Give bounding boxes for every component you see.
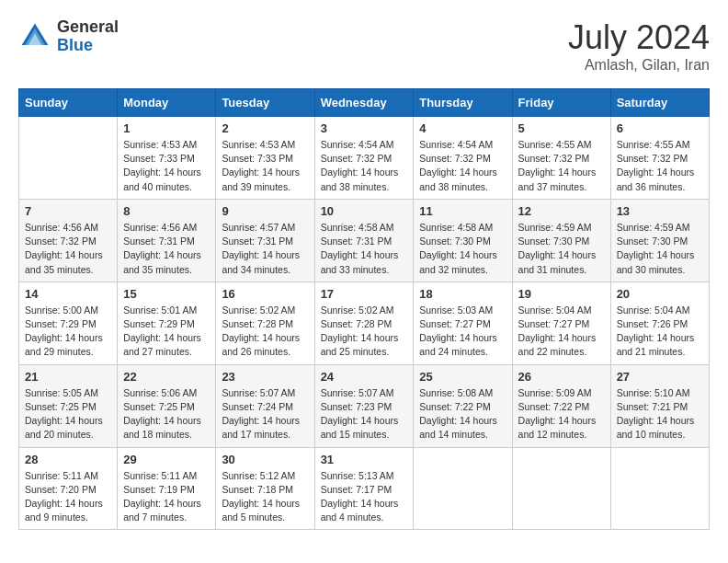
- day-number: 5: [518, 121, 605, 135]
- day-number: 8: [123, 204, 210, 218]
- calendar-cell: 26Sunrise: 5:09 AMSunset: 7:22 PMDayligh…: [512, 364, 610, 447]
- calendar-cell: [610, 447, 709, 530]
- calendar-cell: 2Sunrise: 4:53 AMSunset: 7:33 PMDaylight…: [216, 117, 314, 200]
- day-number: 25: [419, 370, 506, 384]
- calendar-cell: 23Sunrise: 5:07 AMSunset: 7:24 PMDayligh…: [216, 364, 314, 447]
- calendar-week-row: 14Sunrise: 5:00 AMSunset: 7:29 PMDayligh…: [19, 282, 710, 364]
- day-number: 22: [123, 370, 210, 384]
- day-number: 17: [321, 287, 408, 301]
- day-number: 23: [222, 370, 308, 384]
- day-number: 12: [518, 204, 605, 218]
- day-number: 7: [25, 204, 111, 218]
- calendar-cell: 31Sunrise: 5:13 AMSunset: 7:17 PMDayligh…: [314, 447, 414, 530]
- day-info: Sunrise: 5:07 AMSunset: 7:23 PMDaylight:…: [321, 386, 408, 442]
- calendar-cell: 10Sunrise: 4:58 AMSunset: 7:31 PMDayligh…: [314, 199, 414, 282]
- calendar-week-row: 21Sunrise: 5:05 AMSunset: 7:25 PMDayligh…: [19, 364, 710, 447]
- day-number: 14: [25, 287, 111, 301]
- day-number: 6: [617, 121, 703, 135]
- logo-icon: [18, 20, 51, 53]
- day-info: Sunrise: 5:09 AMSunset: 7:22 PMDaylight:…: [518, 386, 605, 442]
- day-info: Sunrise: 5:02 AMSunset: 7:28 PMDaylight:…: [321, 304, 408, 360]
- calendar-cell: 30Sunrise: 5:12 AMSunset: 7:18 PMDayligh…: [216, 447, 314, 530]
- day-number: 15: [123, 287, 210, 301]
- calendar-cell: 8Sunrise: 4:56 AMSunset: 7:31 PMDaylight…: [118, 199, 216, 282]
- calendar-cell: 16Sunrise: 5:02 AMSunset: 7:28 PMDayligh…: [216, 282, 314, 364]
- day-number: 1: [123, 121, 210, 135]
- calendar-table: SundayMondayTuesdayWednesdayThursdayFrid…: [18, 88, 710, 530]
- day-number: 9: [222, 204, 308, 218]
- day-number: 26: [518, 370, 605, 384]
- location: Amlash, Gilan, Iran: [568, 57, 710, 74]
- day-number: 27: [617, 370, 703, 384]
- day-number: 10: [321, 204, 408, 218]
- day-info: Sunrise: 5:10 AMSunset: 7:21 PMDaylight:…: [617, 386, 703, 442]
- logo-blue-text: Blue: [57, 37, 119, 55]
- calendar-cell: 22Sunrise: 5:06 AMSunset: 7:25 PMDayligh…: [118, 364, 216, 447]
- calendar-cell: 12Sunrise: 4:59 AMSunset: 7:30 PMDayligh…: [512, 199, 610, 282]
- day-info: Sunrise: 5:01 AMSunset: 7:29 PMDaylight:…: [123, 304, 210, 360]
- day-info: Sunrise: 5:11 AMSunset: 7:20 PMDaylight:…: [25, 469, 111, 525]
- logo-general-text: General: [57, 18, 119, 37]
- calendar-cell: 25Sunrise: 5:08 AMSunset: 7:22 PMDayligh…: [414, 364, 512, 447]
- calendar-cell: 7Sunrise: 4:56 AMSunset: 7:32 PMDaylight…: [19, 199, 118, 282]
- day-number: 19: [518, 287, 605, 301]
- day-info: Sunrise: 4:56 AMSunset: 7:32 PMDaylight:…: [25, 221, 111, 277]
- col-header-saturday: Saturday: [610, 89, 709, 117]
- calendar-cell: 21Sunrise: 5:05 AMSunset: 7:25 PMDayligh…: [19, 364, 118, 447]
- calendar-header-row: SundayMondayTuesdayWednesdayThursdayFrid…: [19, 89, 710, 117]
- col-header-sunday: Sunday: [19, 89, 118, 117]
- calendar-cell: 13Sunrise: 4:59 AMSunset: 7:30 PMDayligh…: [610, 199, 709, 282]
- calendar-cell: 20Sunrise: 5:04 AMSunset: 7:26 PMDayligh…: [610, 282, 709, 364]
- day-info: Sunrise: 5:12 AMSunset: 7:18 PMDaylight:…: [222, 469, 308, 525]
- day-number: 31: [321, 453, 408, 466]
- day-info: Sunrise: 5:11 AMSunset: 7:19 PMDaylight:…: [123, 469, 210, 525]
- day-number: 30: [222, 453, 308, 466]
- calendar-week-row: 28Sunrise: 5:11 AMSunset: 7:20 PMDayligh…: [19, 447, 710, 530]
- day-info: Sunrise: 5:03 AMSunset: 7:27 PMDaylight:…: [419, 304, 506, 360]
- calendar-cell: 24Sunrise: 5:07 AMSunset: 7:23 PMDayligh…: [314, 364, 414, 447]
- calendar-cell: 5Sunrise: 4:55 AMSunset: 7:32 PMDaylight…: [512, 117, 610, 200]
- title-block: July 2024 Amlash, Gilan, Iran: [568, 18, 710, 74]
- day-info: Sunrise: 5:07 AMSunset: 7:24 PMDaylight:…: [222, 386, 308, 442]
- calendar-week-row: 7Sunrise: 4:56 AMSunset: 7:32 PMDaylight…: [19, 199, 710, 282]
- day-info: Sunrise: 4:56 AMSunset: 7:31 PMDaylight:…: [123, 221, 210, 277]
- calendar-cell: 17Sunrise: 5:02 AMSunset: 7:28 PMDayligh…: [314, 282, 414, 364]
- day-info: Sunrise: 4:57 AMSunset: 7:31 PMDaylight:…: [222, 221, 308, 277]
- calendar-cell: 27Sunrise: 5:10 AMSunset: 7:21 PMDayligh…: [610, 364, 709, 447]
- day-info: Sunrise: 4:55 AMSunset: 7:32 PMDaylight:…: [617, 138, 703, 194]
- day-info: Sunrise: 5:13 AMSunset: 7:17 PMDaylight:…: [321, 469, 408, 525]
- col-header-friday: Friday: [512, 89, 610, 117]
- calendar-cell: 29Sunrise: 5:11 AMSunset: 7:19 PMDayligh…: [118, 447, 216, 530]
- day-info: Sunrise: 4:59 AMSunset: 7:30 PMDaylight:…: [617, 221, 703, 277]
- col-header-thursday: Thursday: [414, 89, 512, 117]
- day-info: Sunrise: 5:08 AMSunset: 7:22 PMDaylight:…: [419, 386, 506, 442]
- day-number: 28: [25, 453, 111, 466]
- calendar-cell: [19, 117, 118, 200]
- calendar-cell: 3Sunrise: 4:54 AMSunset: 7:32 PMDaylight…: [314, 117, 414, 200]
- day-info: Sunrise: 4:58 AMSunset: 7:31 PMDaylight:…: [321, 221, 408, 277]
- day-info: Sunrise: 5:04 AMSunset: 7:27 PMDaylight:…: [518, 304, 605, 360]
- day-info: Sunrise: 4:59 AMSunset: 7:30 PMDaylight:…: [518, 221, 605, 277]
- day-number: 11: [419, 204, 506, 218]
- col-header-monday: Monday: [118, 89, 216, 117]
- day-info: Sunrise: 4:54 AMSunset: 7:32 PMDaylight:…: [321, 138, 408, 194]
- day-number: 24: [321, 370, 408, 384]
- day-number: 16: [222, 287, 308, 301]
- day-info: Sunrise: 5:00 AMSunset: 7:29 PMDaylight:…: [25, 304, 111, 360]
- calendar-cell: 14Sunrise: 5:00 AMSunset: 7:29 PMDayligh…: [19, 282, 118, 364]
- day-number: 29: [123, 453, 210, 466]
- calendar-cell: 9Sunrise: 4:57 AMSunset: 7:31 PMDaylight…: [216, 199, 314, 282]
- day-number: 4: [419, 121, 506, 135]
- calendar-cell: 1Sunrise: 4:53 AMSunset: 7:33 PMDaylight…: [118, 117, 216, 200]
- day-number: 3: [321, 121, 408, 135]
- day-info: Sunrise: 4:53 AMSunset: 7:33 PMDaylight:…: [123, 138, 210, 194]
- page-header: General Blue July 2024 Amlash, Gilan, Ir…: [18, 18, 710, 74]
- calendar-cell: 19Sunrise: 5:04 AMSunset: 7:27 PMDayligh…: [512, 282, 610, 364]
- day-number: 20: [617, 287, 703, 301]
- day-info: Sunrise: 5:02 AMSunset: 7:28 PMDaylight:…: [222, 304, 308, 360]
- calendar-cell: [414, 447, 512, 530]
- calendar-cell: [512, 447, 610, 530]
- day-info: Sunrise: 5:05 AMSunset: 7:25 PMDaylight:…: [25, 386, 111, 442]
- day-number: 21: [25, 370, 111, 384]
- col-header-wednesday: Wednesday: [314, 89, 414, 117]
